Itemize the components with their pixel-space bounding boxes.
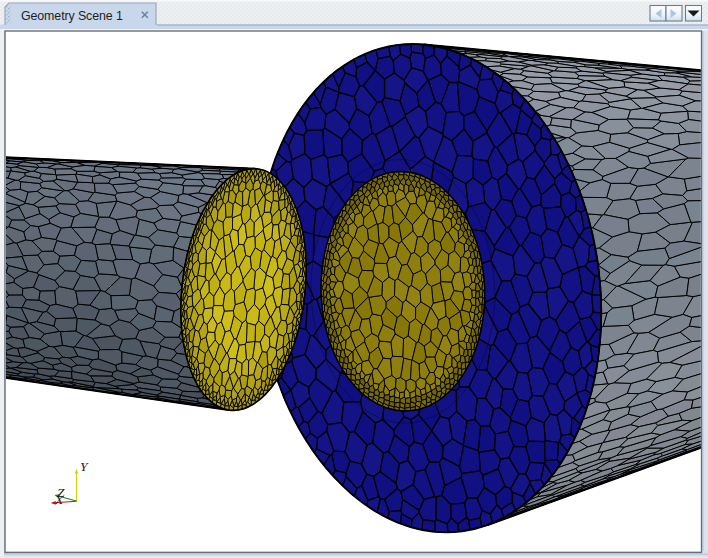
svg-text:X: X (54, 492, 64, 507)
svg-text:Geometry Scene 1: Geometry Scene 1 (21, 9, 123, 23)
